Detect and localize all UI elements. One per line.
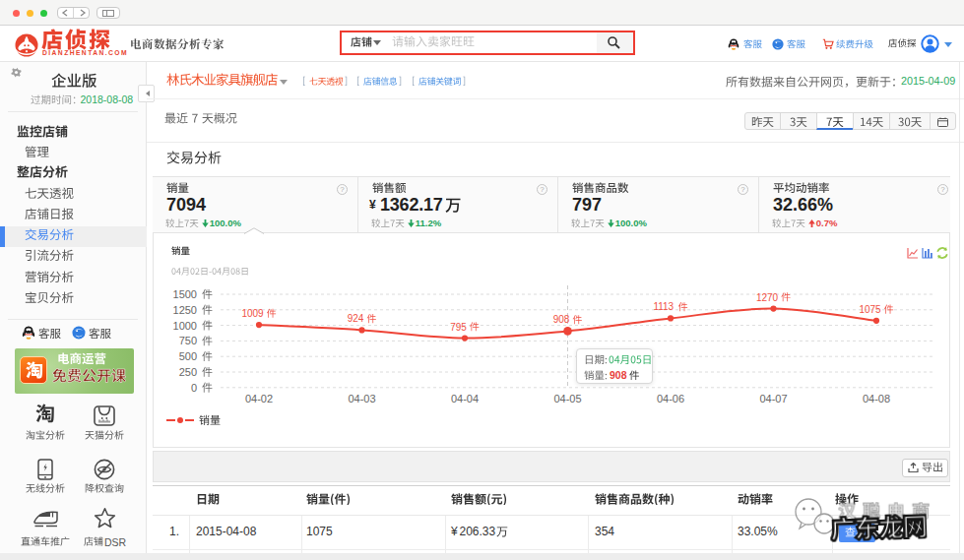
svg-text:04-06: 04-06 (657, 393, 684, 404)
svg-text:924: 924 (348, 313, 364, 324)
svg-text:1075: 1075 (859, 304, 881, 315)
svg-text:04-03: 04-03 (348, 393, 375, 404)
svg-text:1250: 1250 (173, 304, 197, 316)
svg-text:04-05: 04-05 (553, 393, 581, 404)
svg-text:1500: 1500 (173, 288, 197, 300)
svg-text:1000: 1000 (173, 320, 197, 332)
svg-text:04-08: 04-08 (863, 393, 890, 404)
svg-text:1113: 1113 (653, 301, 674, 312)
svg-text:500: 500 (179, 350, 197, 362)
svg-text:1270: 1270 (756, 292, 779, 303)
svg-text:04-02: 04-02 (245, 393, 273, 404)
svg-text:795: 795 (450, 322, 467, 333)
svg-text:750: 750 (179, 335, 197, 346)
svg-text:250: 250 (179, 366, 197, 378)
svg-text:04-07: 04-07 (759, 393, 787, 404)
svg-text:0: 0 (191, 382, 197, 394)
svg-text:908: 908 (553, 314, 570, 325)
svg-text:1009: 1009 (241, 308, 264, 319)
svg-text:04-04: 04-04 (451, 393, 479, 404)
